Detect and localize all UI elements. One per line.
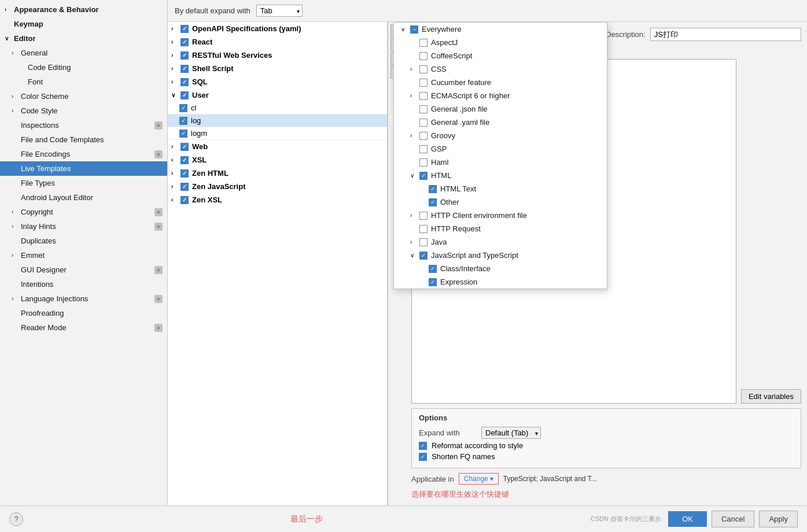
dropdown-item-11[interactable]: ∨✓HTML bbox=[394, 169, 607, 182]
dd-checkbox-7[interactable] bbox=[419, 119, 428, 127]
sidebar-item-file-types[interactable]: File Types bbox=[0, 176, 167, 190]
sidebar-item-font[interactable]: Font bbox=[0, 75, 167, 89]
dd-checkbox-13[interactable]: ✓ bbox=[429, 198, 437, 206]
sidebar-item-general[interactable]: ›General bbox=[0, 46, 167, 60]
dd-checkbox-16[interactable] bbox=[419, 238, 428, 246]
sidebar-item-code-style[interactable]: ›Code Style bbox=[0, 104, 167, 118]
dd-checkbox-19[interactable]: ✓ bbox=[429, 278, 437, 286]
dropdown-item-17[interactable]: ∨✓JavaScript and TypeScript bbox=[394, 249, 607, 262]
template-checkbox-2[interactable] bbox=[180, 51, 189, 60]
dd-checkbox-5[interactable] bbox=[419, 92, 428, 100]
cancel-button[interactable]: Cancel bbox=[712, 511, 754, 527]
template-checkbox-12[interactable] bbox=[180, 183, 189, 191]
template-checkbox-4[interactable] bbox=[180, 78, 189, 86]
sidebar-item-android-layout-editor[interactable]: Android Layout Editor bbox=[0, 190, 167, 205]
sidebar-item-proofreading[interactable]: Proofreading bbox=[0, 306, 167, 320]
dd-checkbox-12[interactable]: ✓ bbox=[429, 185, 437, 193]
dropdown-item-10[interactable]: Haml bbox=[394, 156, 607, 169]
template-checkbox-0[interactable] bbox=[180, 25, 189, 33]
dropdown-item-3[interactable]: ›CSS bbox=[394, 62, 607, 76]
shorten-checkbox[interactable] bbox=[419, 453, 427, 461]
edit-variables-button[interactable]: Edit variables bbox=[741, 389, 801, 404]
expand-select-wrapper[interactable]: TabSpaceEnter bbox=[256, 5, 303, 17]
template-group-13[interactable]: ›Zen XSL bbox=[168, 193, 387, 206]
expand-with-select-wrapper[interactable]: Default (Tab) bbox=[481, 427, 541, 439]
dropdown-item-9[interactable]: GSP bbox=[394, 142, 607, 156]
template-item-8[interactable]: logm bbox=[168, 127, 387, 140]
template-group-9[interactable]: ›Web bbox=[168, 140, 387, 153]
dd-checkbox-1[interactable] bbox=[419, 39, 428, 47]
dropdown-item-1[interactable]: AspectJ bbox=[394, 36, 607, 49]
sidebar-item-appearance[interactable]: ›Appearance & Behavior bbox=[0, 2, 167, 17]
dd-checkbox-3[interactable] bbox=[419, 65, 428, 73]
template-group-5[interactable]: ∨User bbox=[168, 88, 387, 102]
template-checkbox-10[interactable] bbox=[180, 156, 189, 164]
template-group-10[interactable]: ›XSL bbox=[168, 153, 387, 167]
template-checkbox-11[interactable] bbox=[180, 169, 189, 178]
dd-checkbox-9[interactable] bbox=[419, 145, 428, 153]
apply-button[interactable]: Apply bbox=[759, 511, 798, 527]
dropdown-item-4[interactable]: Cucumber feature bbox=[394, 76, 607, 89]
sidebar-item-live-templates[interactable]: Live Templates bbox=[0, 161, 167, 176]
sidebar-item-copyright[interactable]: ›Copyright≡ bbox=[0, 205, 167, 219]
description-input[interactable] bbox=[650, 28, 801, 41]
sidebar-item-code-editing[interactable]: Code Editing bbox=[0, 60, 167, 75]
template-checkbox-9[interactable] bbox=[180, 143, 189, 151]
sidebar-item-file-encodings[interactable]: File Encodings≡ bbox=[0, 147, 167, 161]
dd-checkbox-4[interactable] bbox=[419, 79, 428, 87]
sidebar-item-emmet[interactable]: ›Emmet bbox=[0, 248, 167, 263]
expand-select[interactable]: TabSpaceEnter bbox=[256, 5, 303, 17]
sidebar-item-inspections[interactable]: Inspections≡ bbox=[0, 118, 167, 132]
template-group-1[interactable]: ›React bbox=[168, 35, 387, 49]
dropdown-item-5[interactable]: ›ECMAScript 6 or higher bbox=[394, 89, 607, 102]
dropdown-item-7[interactable]: General .yaml file bbox=[394, 116, 607, 129]
dropdown-item-2[interactable]: CoffeeScript bbox=[394, 49, 607, 62]
sidebar-item-reader-mode[interactable]: Reader Mode≡ bbox=[0, 320, 167, 335]
sidebar-item-color-scheme[interactable]: ›Color Scheme bbox=[0, 89, 167, 104]
dd-checkbox-18[interactable]: ✓ bbox=[429, 265, 437, 273]
dropdown-item-16[interactable]: ›Java bbox=[394, 235, 607, 249]
template-group-11[interactable]: ›Zen HTML bbox=[168, 167, 387, 180]
sidebar-item-keymap[interactable]: Keymap bbox=[0, 17, 167, 31]
help-button[interactable]: ? bbox=[9, 512, 23, 526]
template-checkbox-8[interactable] bbox=[179, 130, 187, 138]
dropdown-item-8[interactable]: ›Groovy bbox=[394, 129, 607, 142]
sidebar-item-gui-designer[interactable]: GUI Designer≡ bbox=[0, 263, 167, 277]
template-group-4[interactable]: ›SQL bbox=[168, 75, 387, 88]
dropdown-item-13[interactable]: ✓Other bbox=[394, 195, 607, 209]
dd-checkbox-8[interactable] bbox=[419, 132, 428, 140]
template-checkbox-5[interactable] bbox=[180, 91, 189, 99]
template-group-12[interactable]: ›Zen JavaScript bbox=[168, 180, 387, 193]
template-item-7[interactable]: log bbox=[168, 114, 387, 127]
dd-checkbox-15[interactable] bbox=[419, 225, 428, 233]
sidebar-item-inlay-hints[interactable]: ›Inlay Hints≡ bbox=[0, 219, 167, 234]
template-group-2[interactable]: ›RESTful Web Services bbox=[168, 49, 387, 62]
dropdown-item-19[interactable]: ✓Expression bbox=[394, 275, 607, 289]
expand-with-select[interactable]: Default (Tab) bbox=[481, 427, 541, 439]
template-checkbox-3[interactable] bbox=[180, 65, 189, 73]
template-group-3[interactable]: ›Shell Script bbox=[168, 62, 387, 75]
template-item-6[interactable]: cl bbox=[168, 102, 387, 114]
template-checkbox-7[interactable] bbox=[179, 117, 187, 125]
dd-checkbox-10[interactable] bbox=[419, 158, 428, 167]
dropdown-item-12[interactable]: ✓HTML Text bbox=[394, 182, 607, 195]
sidebar-item-file-code-templates[interactable]: File and Code Templates bbox=[0, 132, 167, 147]
change-button[interactable]: Change ▾ bbox=[459, 473, 499, 485]
template-checkbox-1[interactable] bbox=[180, 38, 189, 46]
reformat-checkbox[interactable] bbox=[419, 442, 427, 450]
dropdown-item-6[interactable]: General .json file bbox=[394, 102, 607, 116]
dd-checkbox-2[interactable] bbox=[419, 52, 428, 60]
template-group-0[interactable]: ›OpenAPI Specifications (yaml) bbox=[168, 22, 387, 35]
ok-button[interactable]: OK bbox=[668, 511, 707, 527]
dropdown-item-0[interactable]: ∨−Everywhere bbox=[394, 23, 607, 36]
dropdown-item-18[interactable]: ✓Class/Interface bbox=[394, 262, 607, 275]
sidebar-item-duplicates[interactable]: Duplicates bbox=[0, 234, 167, 248]
dropdown-item-14[interactable]: ›HTTP Client environment file bbox=[394, 209, 607, 222]
dd-checkbox-0[interactable]: − bbox=[410, 25, 418, 34]
template-checkbox-13[interactable] bbox=[180, 196, 189, 204]
sidebar-item-editor[interactable]: ∨Editor bbox=[0, 31, 167, 46]
sidebar-item-intentions[interactable]: Intentions bbox=[0, 277, 167, 291]
dropdown-item-15[interactable]: HTTP Request bbox=[394, 222, 607, 235]
dd-checkbox-11[interactable]: ✓ bbox=[419, 172, 428, 180]
dd-checkbox-6[interactable] bbox=[419, 105, 428, 113]
